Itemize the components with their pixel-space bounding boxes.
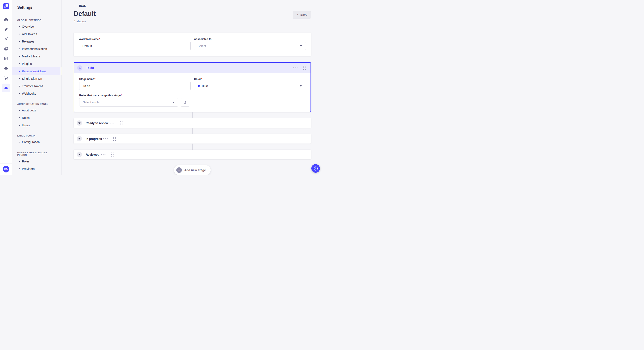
options-menu-icon[interactable] xyxy=(102,137,109,141)
sidebar-item-api-tokens[interactable]: API Tokens xyxy=(12,30,61,38)
bullet xyxy=(19,34,20,34)
sidebar-item-transfer-tokens[interactable]: Transfer Tokens xyxy=(12,82,61,90)
expand-stage-button[interactable] xyxy=(77,136,82,141)
connector-line xyxy=(192,144,193,150)
expand-stage-button[interactable] xyxy=(77,120,82,126)
drag-handle-icon[interactable] xyxy=(302,65,307,71)
collapse-stage-button[interactable] xyxy=(77,65,82,71)
sidebar-item-label: Configuration xyxy=(22,140,40,144)
sidebar-item-plugins[interactable]: Plugins xyxy=(12,60,61,67)
chevron-up-icon xyxy=(79,67,81,68)
workflow-form-card: Workflow Name* Associated to Select xyxy=(74,32,311,56)
dot xyxy=(111,156,112,157)
page-header: Default 4 stages ✓ Save xyxy=(74,10,311,23)
stage-name-input[interactable] xyxy=(79,82,190,90)
stage-todo-body: Stage name* Color* Blue Roles xyxy=(74,73,310,112)
add-new-stage-button[interactable]: + Add new stage xyxy=(174,165,210,175)
bullet xyxy=(19,41,20,42)
stage-title: Reviewed xyxy=(86,153,100,156)
sidebar-item-webhooks[interactable]: Webhooks xyxy=(12,90,61,97)
associated-to-value: Select xyxy=(198,44,206,48)
drag-handle-icon[interactable] xyxy=(118,120,124,126)
back-link[interactable]: ← Back xyxy=(74,4,86,7)
sidebar-item-email-configuration[interactable]: Configuration xyxy=(12,138,61,146)
workflow-name-field: Workflow Name* xyxy=(79,38,190,50)
duplicate-roles-button[interactable] xyxy=(181,98,189,107)
dot xyxy=(113,138,114,139)
bullet xyxy=(19,110,20,111)
stage-roles-select[interactable]: Select a role xyxy=(79,98,178,107)
dot xyxy=(115,137,116,138)
stage-connector xyxy=(74,144,311,150)
drag-handle-icon[interactable] xyxy=(112,136,117,142)
layout-icon[interactable] xyxy=(2,54,10,63)
dot xyxy=(110,123,110,124)
cloud-icon[interactable] xyxy=(2,64,10,72)
bullet xyxy=(19,71,20,72)
sidebar-item-releases[interactable]: Releases xyxy=(12,38,61,45)
sidebar-item-internationalization[interactable]: Internationalization xyxy=(12,45,61,52)
chevron-down-icon xyxy=(172,102,174,103)
sidebar-item-single-sign-on[interactable]: Single Sign-On xyxy=(12,75,61,82)
section-users-permissions-plugin: USERS & PERMISSIONS PLUGIN xyxy=(17,151,56,156)
stage-color-label: Color* xyxy=(194,78,306,81)
dot xyxy=(113,140,114,141)
dot xyxy=(120,123,120,124)
media-icon[interactable] xyxy=(2,44,10,53)
dot xyxy=(105,138,106,139)
workflow-name-input[interactable] xyxy=(79,42,190,50)
send-icon[interactable] xyxy=(2,35,10,43)
avatar[interactable]: KD xyxy=(3,166,9,173)
dot xyxy=(305,67,306,68)
expand-stage-button[interactable] xyxy=(77,152,82,157)
stage-name-label: Stage name* xyxy=(79,78,190,81)
sidebar-item-admin-roles[interactable]: Roles xyxy=(12,114,61,121)
chevron-down-icon xyxy=(300,85,302,87)
page-title: Default xyxy=(74,10,96,18)
stage-color-value: Blue xyxy=(202,84,208,88)
associated-to-field: Associated to Select xyxy=(194,38,306,50)
section-global-settings: GLOBAL SETTINGS xyxy=(17,19,56,21)
sidebar-item-label: Transfer Tokens xyxy=(22,84,43,88)
sidebar-item-media-library[interactable]: Media Library xyxy=(12,52,61,60)
drag-handle-icon[interactable] xyxy=(110,151,114,158)
required-asterisk: * xyxy=(99,38,100,41)
options-menu-icon[interactable] xyxy=(108,121,116,125)
stage-card-reviewed: Reviewed xyxy=(74,150,311,159)
sidebar-item-label: Releases xyxy=(22,40,34,43)
help-button[interactable]: ? xyxy=(311,164,320,173)
add-stage-wrap: + Add new stage xyxy=(74,165,311,175)
bullet xyxy=(19,169,20,169)
sidebar-item-up-roles[interactable]: Roles xyxy=(12,158,61,165)
options-menu-icon[interactable] xyxy=(292,66,299,70)
sidebar-item-audit-logs[interactable]: Audit Logs xyxy=(12,107,61,114)
rail-divider-bottom xyxy=(0,164,12,164)
chevron-down-icon xyxy=(78,154,80,155)
dot xyxy=(113,156,114,157)
settings-icon[interactable] xyxy=(2,84,10,92)
sidebar-item-overview[interactable]: Overview xyxy=(12,23,61,30)
stage-card-in-progress: In progress xyxy=(74,134,311,144)
plus-icon: + xyxy=(176,167,182,173)
bullet xyxy=(19,86,20,87)
cart-icon[interactable] xyxy=(2,74,10,82)
sidebar-item-review-workflows[interactable]: Review Workflows xyxy=(12,67,61,75)
sidebar-item-up-providers[interactable]: Providers xyxy=(12,165,61,173)
dot xyxy=(104,154,106,155)
settings-subnav: Settings GLOBAL SETTINGS Overview API To… xyxy=(12,0,62,175)
dot xyxy=(293,67,294,68)
feather-icon[interactable] xyxy=(2,25,10,33)
stage-color-select[interactable]: Blue xyxy=(194,82,306,90)
dot xyxy=(303,67,304,68)
strapi-logo[interactable] xyxy=(3,3,9,9)
associated-to-select[interactable]: Select xyxy=(194,42,306,50)
save-button[interactable]: ✓ Save xyxy=(292,11,311,18)
options-menu-icon[interactable] xyxy=(100,153,107,156)
icon-rail: KD xyxy=(0,0,12,175)
sidebar-item-label: Overview xyxy=(22,25,34,28)
workflow-name-label: Workflow Name* xyxy=(79,38,190,41)
sidebar-item-admin-users[interactable]: Users xyxy=(12,121,61,129)
home-icon[interactable] xyxy=(2,15,10,24)
stage-roles-label: Roles that can change this stage* xyxy=(79,94,306,97)
stage-title: To do xyxy=(86,66,94,70)
